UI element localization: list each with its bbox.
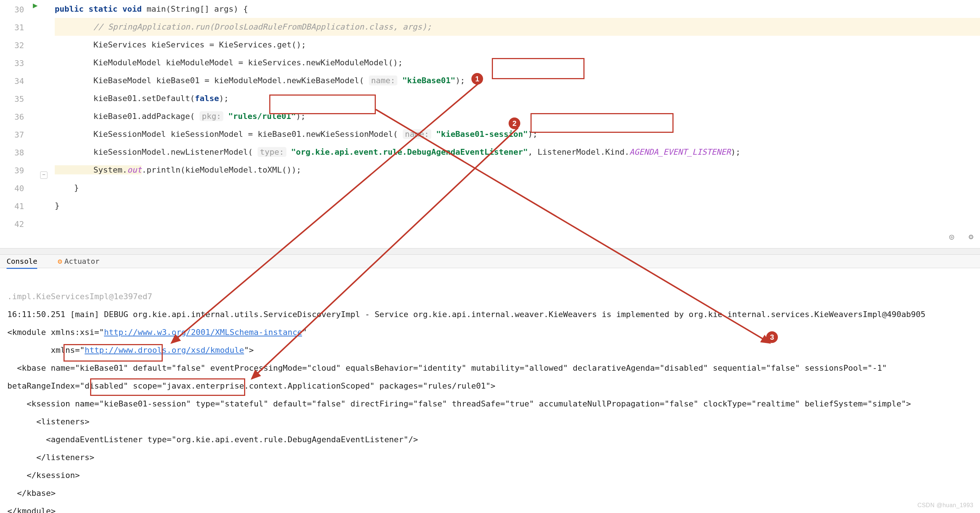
fold-icon[interactable]: − — [40, 172, 48, 179]
console-line: 16:11:50.251 [main] DEBUG org.kie.api.in… — [7, 310, 926, 319]
code-line: kieBase01.setDefault(false); — [55, 89, 980, 107]
annotation-badge-3: 3 — [766, 331, 778, 343]
code-line: kieSessionModel.newListenerModel( type: … — [55, 143, 980, 161]
code-body[interactable]: public static void main(String[] args) {… — [55, 0, 980, 233]
annotation-box-rules-rule01-code — [269, 94, 376, 114]
annotation-box-ksession-name — [90, 378, 245, 396]
line-number-gutter: 30 31 32 33 34 35 36 37 38 39 40 41 42 — [0, 0, 33, 233]
console-line: </listeners> — [7, 453, 94, 462]
console-line: </ksession> — [7, 471, 80, 480]
actuator-icon: ⚙ — [58, 257, 62, 266]
run-gutter-icon[interactable]: ▶ — [33, 1, 38, 10]
console-line: .impl.KieServicesImpl@1e397ed7 — [7, 292, 152, 301]
code-line: System.out.println(kieModuleModel.toXML(… — [55, 161, 980, 179]
annotation-badge-1: 1 — [471, 73, 483, 84]
console-line: </kmodule> — [7, 507, 56, 513]
gear-icon[interactable]: ⚙ — [969, 232, 974, 241]
annotation-box-kiebase01-code — [492, 58, 584, 79]
annotation-badge-2: 2 — [509, 118, 520, 129]
editor-toolbar-icons: ◎ ⚙ — [949, 232, 974, 241]
code-line: } — [55, 179, 980, 197]
console-line: <agendaEventListener type="org.kie.api.e… — [7, 435, 418, 444]
console-line: <kmodule xmlns:xsi="http://www.w3.org/20… — [7, 328, 307, 337]
code-line: public static void main(String[] args) { — [55, 0, 980, 18]
code-line — [55, 215, 980, 233]
console-line: </kbase> — [7, 489, 56, 498]
code-line: KieServices kieServices = KieServices.ge… — [55, 36, 980, 54]
console-line: <ksession name="kieBase01-session" type=… — [7, 399, 911, 408]
code-line: // SpringApplication.run(DroolsLoadRuleF… — [55, 18, 980, 36]
gutter-icons: ▶ − — [33, 0, 55, 248]
console-line: <listeners> — [7, 417, 89, 426]
tab-actuator[interactable]: ⚙Actuator — [58, 255, 99, 268]
tab-console[interactable]: Console — [6, 255, 37, 269]
bottom-panel-tabs: Console ⚙Actuator — [0, 255, 980, 268]
xml-schema-link[interactable]: http://www.w3.org/2001/XMLSchema-instanc… — [104, 328, 302, 337]
annotation-box-kbase-name — [64, 344, 163, 362]
watermark: CSDN @huan_1993 — [917, 502, 974, 508]
pane-divider[interactable] — [0, 248, 980, 255]
target-icon[interactable]: ◎ — [949, 232, 954, 241]
annotation-box-session-code — [530, 113, 673, 133]
code-editor[interactable]: 30 31 32 33 34 35 36 37 38 39 40 41 42 ▶… — [0, 0, 980, 248]
code-line: } — [55, 197, 980, 215]
